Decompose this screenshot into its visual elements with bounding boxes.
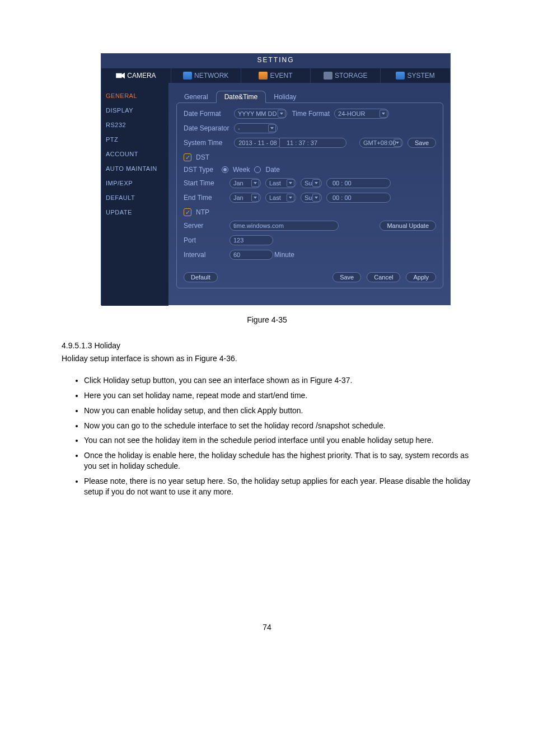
start-hhmm-input[interactable]: 00 : 00 <box>326 178 391 188</box>
sidebar-item-ptz[interactable]: PTZ <box>101 132 168 147</box>
sidebar-item-account[interactable]: ACCOUNT <box>101 147 168 161</box>
sidebar-item-default[interactable]: DEFAULT <box>101 190 168 205</box>
system-date-input[interactable]: 2013 - 11 - 08 <box>234 138 282 148</box>
list-item: Now you can enable holiday setup, and th… <box>84 403 478 418</box>
port-label: Port <box>184 236 225 244</box>
interval-unit: Minute <box>274 251 294 259</box>
nav-system[interactable]: SYSTEM <box>380 68 450 83</box>
start-month-select[interactable]: Jan <box>229 178 261 188</box>
end-week-select[interactable]: Last <box>265 193 296 203</box>
chevron-down-icon <box>287 179 294 187</box>
list-item: Please note, there is no year setup here… <box>84 474 478 500</box>
date-format-select[interactable]: YYYY MM DD <box>234 109 287 119</box>
network-icon <box>183 72 192 80</box>
gmt-select[interactable]: GMT+08:00 <box>359 138 403 148</box>
save-button[interactable]: Save <box>332 272 361 282</box>
chevron-down-icon <box>278 110 285 118</box>
start-time-label: Start Time <box>184 179 225 187</box>
settings-window: SETTING CAMERA NETWORK EVENT STORAGE SYS… <box>101 53 451 305</box>
dst-type-date-radio[interactable] <box>254 166 261 173</box>
manual-update-button[interactable]: Manual Update <box>380 221 436 231</box>
dst-type-label: DST Type <box>184 166 217 174</box>
tab-datetime[interactable]: Date&Time <box>216 91 266 103</box>
dst-label: DST <box>196 153 209 161</box>
end-month-select[interactable]: Jan <box>229 193 261 203</box>
dst-week-label: Week <box>233 166 250 174</box>
system-time-label: System Time <box>184 139 229 147</box>
cancel-button[interactable]: Cancel <box>367 272 400 282</box>
sidebar-item-update[interactable]: UPDATE <box>101 205 168 220</box>
sidebar-item-impexp[interactable]: IMP/EXP <box>101 176 168 190</box>
storage-icon <box>324 72 332 80</box>
sidebar-item-rs232[interactable]: RS232 <box>101 118 168 132</box>
chevron-down-icon <box>251 179 259 187</box>
top-nav: CAMERA NETWORK EVENT STORAGE SYSTEM <box>101 68 450 83</box>
chevron-down-icon <box>380 110 387 118</box>
chevron-down-icon <box>394 139 401 147</box>
list-item: Once the holiday is enable here, the hol… <box>84 448 478 474</box>
end-day-select[interactable]: Su <box>301 193 322 203</box>
nav-event[interactable]: EVENT <box>241 68 311 83</box>
system-icon <box>396 72 405 80</box>
dst-checkbox[interactable] <box>184 153 191 161</box>
ntp-checkbox[interactable] <box>184 208 191 216</box>
camera-icon <box>116 72 125 80</box>
nav-network[interactable]: NETWORK <box>171 68 241 83</box>
chevron-down-icon <box>268 124 276 132</box>
tab-holiday[interactable]: Holiday <box>266 91 304 103</box>
start-day-select[interactable]: Su <box>301 178 322 188</box>
nav-camera[interactable]: CAMERA <box>101 68 171 83</box>
tab-general[interactable]: General <box>176 91 216 103</box>
figure-caption: Figure 4-35 <box>56 315 478 324</box>
content-panel: General Date&Time Holiday Date Format YY… <box>168 83 450 306</box>
nav-storage[interactable]: STORAGE <box>310 68 380 83</box>
start-week-select[interactable]: Last <box>265 178 296 188</box>
chevron-down-icon <box>312 179 320 187</box>
list-item: Now you can go to the schedule interface… <box>84 418 478 433</box>
dst-type-week-radio[interactable] <box>222 166 228 173</box>
apply-button[interactable]: Apply <box>406 272 436 282</box>
sidebar: GENERAL DISPLAY RS232 PTZ ACCOUNT AUTO M… <box>101 83 168 306</box>
default-button[interactable]: Default <box>184 272 218 282</box>
list-item: Click Holiday setup button, you can see … <box>84 373 478 388</box>
interval-label: Interval <box>184 251 225 259</box>
system-clock-input[interactable]: 11 : 37 : 37 <box>279 138 346 148</box>
server-input[interactable]: time.windows.com <box>229 221 339 231</box>
sidebar-item-automaintain[interactable]: AUTO MAINTAIN <box>101 161 168 176</box>
time-format-label: Time Format <box>292 110 330 118</box>
server-label: Server <box>184 222 225 230</box>
event-icon <box>259 72 268 80</box>
port-input[interactable]: 123 <box>229 235 273 245</box>
date-format-label: Date Format <box>184 110 229 118</box>
chevron-down-icon <box>312 194 320 202</box>
list-item: You can not see the holiday item in the … <box>84 433 478 448</box>
sidebar-item-display[interactable]: DISPLAY <box>101 103 168 118</box>
ntp-label: NTP <box>196 208 209 216</box>
end-time-label: End Time <box>184 194 225 202</box>
save-time-button[interactable]: Save <box>407 138 436 148</box>
dst-date-label: Date <box>265 166 279 174</box>
date-separator-select[interactable]: - <box>234 123 278 133</box>
end-hhmm-input[interactable]: 00 : 00 <box>326 193 391 203</box>
time-format-select[interactable]: 24-HOUR <box>334 109 389 119</box>
intro-paragraph: Holiday setup interface is shown as in F… <box>62 353 478 364</box>
page-number: 74 <box>56 612 478 643</box>
bullet-list: Click Holiday setup button, you can see … <box>84 373 478 500</box>
chevron-down-icon <box>287 194 294 202</box>
window-title: SETTING <box>101 54 450 68</box>
interval-input[interactable]: 60 <box>229 250 273 260</box>
list-item: Here you can set holiday name, repeat mo… <box>84 388 478 403</box>
chevron-down-icon <box>251 194 259 202</box>
section-heading: 4.9.5.1.3 Holiday <box>62 341 478 350</box>
sidebar-item-general[interactable]: GENERAL <box>101 88 168 103</box>
date-separator-label: Date Separator <box>184 124 229 132</box>
